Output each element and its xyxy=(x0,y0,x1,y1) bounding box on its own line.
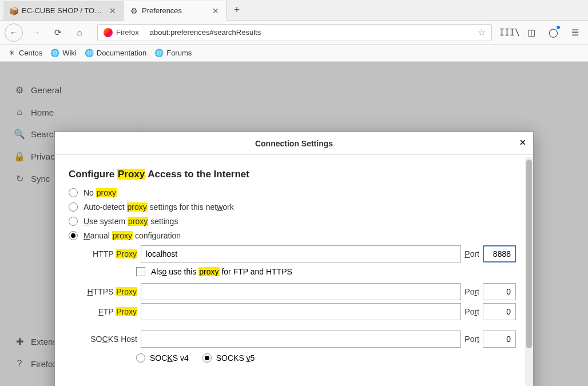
dialog-title: Connection Settings xyxy=(255,139,333,148)
checkbox-icon[interactable] xyxy=(136,267,145,276)
content-area: ⚙General ⌂Home 🔍Search 🔒Privacy & Securi… xyxy=(0,62,588,386)
also-use-checkbox-row[interactable]: Also use this proxy for FTP and HTTPS xyxy=(136,267,516,276)
globe-icon: 🌐 xyxy=(85,49,94,58)
http-port-input[interactable] xyxy=(483,245,516,262)
bookmark-star-icon[interactable]: ☆ xyxy=(472,27,491,38)
radio-icon[interactable] xyxy=(69,188,78,197)
menu-button[interactable]: ☰ xyxy=(566,24,583,41)
radio-manual-proxy[interactable]: Manual proxy configuration xyxy=(69,231,516,240)
https-port-label: Port xyxy=(464,287,479,296)
globe-icon: 🌐 xyxy=(154,49,164,58)
sidebar-icon[interactable]: ◫ xyxy=(523,24,540,41)
ftp-port-label: Port xyxy=(464,307,479,316)
tab-2-title: Preferences xyxy=(142,6,208,15)
radio-no-proxy[interactable]: No proxy xyxy=(69,188,516,197)
radio-icon[interactable] xyxy=(136,353,145,363)
http-port-label: Port xyxy=(464,249,479,258)
radio-auto-detect[interactable]: Auto-detect proxy settings for this netw… xyxy=(69,202,516,212)
http-proxy-label: HTTP Proxy xyxy=(87,249,137,258)
radio-socks-v4[interactable]: SOCKS v4 xyxy=(136,353,189,363)
dialog-content: Configure Proxy Access to the Internet N… xyxy=(55,155,533,386)
back-button[interactable]: ← xyxy=(5,23,23,42)
library-icon[interactable]: III\ xyxy=(501,24,518,41)
http-proxy-row: HTTP Proxy Port xyxy=(87,245,516,262)
bookmark-forums[interactable]: 🌐Forums xyxy=(154,49,192,58)
connection-settings-dialog: Connection Settings ✕ Configure Proxy Ac… xyxy=(54,132,534,386)
tab-2[interactable]: ⚙ Preferences ✕ xyxy=(124,1,227,21)
close-icon[interactable]: ✕ xyxy=(211,6,220,15)
https-port-input[interactable] xyxy=(483,283,516,300)
https-proxy-row: HTTPS Proxy Port xyxy=(87,283,516,300)
account-icon[interactable]: ◯ xyxy=(545,24,562,41)
dialog-body: Configure Proxy Access to the Internet N… xyxy=(55,155,533,386)
http-proxy-input[interactable] xyxy=(141,245,461,262)
url-bar[interactable]: Firefox ☆ xyxy=(97,24,492,41)
socks-version-row: SOCKS v4 SOCKS v5 xyxy=(136,353,516,363)
radio-icon[interactable] xyxy=(202,353,212,363)
dialog-title-bar: Connection Settings ✕ xyxy=(55,132,533,155)
radio-system-proxy[interactable]: Use system proxy settings xyxy=(69,217,516,226)
gear-icon: ⚙ xyxy=(129,6,138,15)
url-identity[interactable]: Firefox xyxy=(98,25,145,41)
socks-host-label: SOCKS Host xyxy=(87,335,137,344)
forward-button: → xyxy=(27,24,45,41)
centos-icon: ✳ xyxy=(7,49,16,58)
url-input[interactable] xyxy=(145,28,472,37)
tab-1-title: EC-CUBE SHOP / TOPペ xyxy=(22,6,105,16)
https-proxy-label: HTTPS Proxy xyxy=(87,287,137,296)
scrollbar-thumb[interactable] xyxy=(526,160,532,348)
radio-icon[interactable] xyxy=(69,202,78,212)
radio-socks-v5[interactable]: SOCKS v5 xyxy=(202,353,255,363)
tab-1[interactable]: 📦 EC-CUBE SHOP / TOPペ ✕ xyxy=(3,1,124,20)
radio-icon[interactable] xyxy=(69,217,78,226)
ftp-proxy-label: FTP Proxy xyxy=(87,307,137,316)
nav-toolbar: ← → ⟳ ⌂ Firefox ☆ III\ ◫ ◯ ☰ xyxy=(0,21,588,45)
socks-port-input[interactable] xyxy=(483,331,516,348)
socks-host-input[interactable] xyxy=(141,331,461,348)
close-icon[interactable]: ✕ xyxy=(519,138,526,147)
socks-host-row: SOCKS Host Port xyxy=(87,331,516,348)
close-icon[interactable]: ✕ xyxy=(108,6,117,15)
globe-icon: 🌐 xyxy=(50,49,59,58)
ftp-proxy-row: FTP Proxy Port xyxy=(87,303,516,320)
bookmark-docs[interactable]: 🌐Documentation xyxy=(85,49,146,58)
tab-bar: 📦 EC-CUBE SHOP / TOPペ ✕ ⚙ Preferences ✕ … xyxy=(0,0,588,21)
reload-button[interactable]: ⟳ xyxy=(49,24,66,41)
socks-port-label: Port xyxy=(464,335,479,344)
https-proxy-input[interactable] xyxy=(141,283,461,300)
ftp-port-input[interactable] xyxy=(483,303,516,320)
bookmark-wiki[interactable]: 🌐Wiki xyxy=(50,49,77,58)
ftp-proxy-input[interactable] xyxy=(141,303,461,320)
firefox-icon xyxy=(104,28,113,37)
dialog-heading: Configure Proxy Access to the Internet xyxy=(69,169,516,180)
scrollbar[interactable] xyxy=(525,157,533,386)
home-button[interactable]: ⌂ xyxy=(71,24,88,41)
bookmarks-toolbar: ✳Centos 🌐Wiki 🌐Documentation 🌐Forums xyxy=(0,45,588,62)
radio-icon[interactable] xyxy=(69,231,78,240)
cube-icon: 📦 xyxy=(9,6,18,15)
new-tab-button[interactable]: + xyxy=(227,0,247,20)
bookmark-centos[interactable]: ✳Centos xyxy=(7,49,42,58)
